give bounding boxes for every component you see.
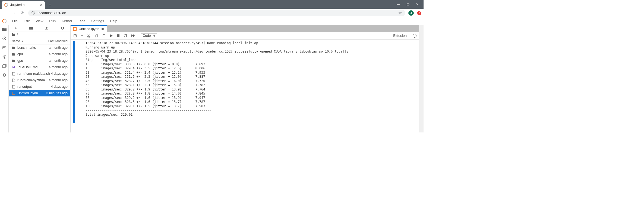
interrupt-kernel-icon[interactable] [117, 34, 120, 37]
scrollbar[interactable] [419, 25, 424, 132]
file-modified: a month ago [49, 65, 68, 69]
notebook-tab[interactable]: Untitled.ipynb [71, 25, 107, 32]
site-info-icon[interactable]: ⓘ [31, 11, 35, 15]
window-controls: — ▢ ✕ [397, 0, 424, 9]
markdown-icon: M [11, 66, 16, 69]
url-text: localhost:8001/lab [38, 11, 66, 15]
output-cell[interactable]: I0504 23:18:27.807896 140684018782144 se… [73, 41, 416, 123]
file-row[interactable]: run-tf-cnn-realdata.sh4 days ago [9, 70, 70, 77]
file-row[interactable]: Untitled.ipynb3 minutes ago [9, 90, 70, 96]
file-name: benchmarks [17, 46, 49, 50]
file-browser: + + / Name ▲ Last Modif [9, 25, 71, 132]
file-icon [11, 85, 16, 89]
svg-text:+: + [30, 27, 31, 29]
url-field[interactable]: ⓘ localhost:8001/lab ☆ [28, 10, 405, 16]
work-area: Untitled.ipynb + [71, 25, 419, 132]
maximize-icon[interactable]: ▢ [406, 2, 409, 6]
file-modified: 4 days ago [51, 72, 68, 76]
notebook-icon [73, 27, 77, 31]
document-tab-strip: Untitled.ipynb [71, 25, 419, 32]
kernel-name[interactable]: Bitfusion [393, 34, 407, 38]
notebook-content[interactable]: I0504 23:18:27.807896 140684018782144 se… [71, 40, 419, 132]
file-name: cpu [17, 52, 49, 56]
menu-settings[interactable]: Settings [89, 18, 107, 24]
notebook-toolbar: + [71, 32, 419, 40]
close-window-icon[interactable]: ✕ [416, 2, 419, 6]
extension-icon[interactable]: ✦ [417, 11, 421, 15]
filebrowser-tab-icon[interactable] [2, 27, 7, 32]
file-list-header[interactable]: Name ▲ Last Modified [9, 38, 70, 44]
open-tabs-icon[interactable] [2, 63, 7, 69]
sort-asc-icon: ▲ [21, 40, 23, 42]
commands-tab-icon[interactable] [2, 45, 7, 50]
menu-run[interactable]: Run [46, 18, 58, 24]
svg-rect-1 [4, 38, 5, 39]
reload-button[interactable]: ⟳ [20, 10, 25, 15]
col-name-label: Name [11, 39, 20, 43]
insert-cell-icon[interactable]: + [81, 34, 83, 38]
extension-manager-icon[interactable] [2, 73, 7, 78]
svg-point-4 [4, 47, 5, 48]
kernel-status-icon [413, 34, 416, 38]
file-modified: a month ago [49, 52, 68, 56]
file-row[interactable]: cpua month ago [9, 51, 70, 57]
svg-rect-10 [75, 34, 76, 35]
menu-kernel[interactable]: Kernel [59, 18, 75, 24]
save-icon[interactable] [73, 34, 77, 38]
paste-cell-icon[interactable] [102, 34, 106, 38]
file-modified: a month ago [49, 78, 68, 82]
menu-edit[interactable]: Edit [21, 18, 32, 24]
minimize-icon[interactable]: — [397, 2, 400, 6]
svg-point-5 [5, 47, 5, 48]
copy-cell-icon[interactable] [94, 34, 98, 38]
settings-tab-icon[interactable] [2, 54, 7, 60]
file-row[interactable]: benchmarksa month ago [9, 44, 70, 51]
restart-run-all-icon[interactable] [131, 34, 135, 37]
file-modified: a month ago [49, 59, 68, 63]
menu-view[interactable]: View [33, 18, 46, 24]
restart-kernel-icon[interactable] [124, 34, 127, 38]
file-name: run-tf-cnn-realdata.sh [17, 72, 51, 76]
menu-help[interactable]: Help [107, 18, 120, 24]
close-tab-icon[interactable]: × [40, 3, 42, 7]
browser-tab[interactable]: JupyterLab × [2, 1, 45, 9]
file-modified: a month ago [49, 46, 68, 50]
new-tab-button[interactable]: + [46, 1, 54, 9]
menu-file[interactable]: File [9, 18, 20, 24]
jupyter-logo-icon [1, 18, 8, 24]
run-cell-icon[interactable] [110, 34, 113, 37]
menu-tabs[interactable]: Tabs [75, 18, 88, 24]
folder-icon [11, 59, 16, 62]
refresh-icon[interactable] [61, 26, 64, 30]
upload-icon[interactable] [45, 26, 49, 30]
notebook-tab-label: Untitled.ipynb [79, 27, 99, 31]
back-button[interactable]: ← [2, 11, 8, 15]
file-name: gpu [17, 59, 49, 63]
svg-rect-7 [2, 65, 5, 67]
activity-bar [0, 25, 9, 132]
forward-button[interactable]: → [11, 11, 16, 15]
file-row[interactable]: run-tf-cnn-synthdata.sha month ago [9, 77, 70, 83]
breadcrumb-path: / [17, 33, 18, 37]
bookmark-icon[interactable]: ☆ [398, 11, 402, 15]
folder-icon [11, 46, 16, 49]
file-modified: 4 days ago [51, 85, 68, 89]
profile-avatar[interactable]: J [408, 10, 414, 16]
svg-point-6 [4, 56, 5, 58]
file-modified: 3 minutes ago [46, 91, 68, 95]
browser-tab-strip: JupyterLab × + — ▢ ✕ [0, 0, 424, 9]
new-launcher-icon[interactable]: + [15, 26, 17, 30]
breadcrumb[interactable]: / [9, 31, 70, 38]
file-icon [11, 79, 16, 82]
jupyter-favicon-icon [4, 2, 9, 8]
cell-type-select[interactable]: Code [141, 33, 157, 38]
file-row[interactable]: MREADME.mda month ago [9, 64, 70, 70]
file-name: README.md [17, 65, 49, 69]
cut-cell-icon[interactable] [87, 34, 91, 38]
new-folder-icon[interactable]: + [29, 27, 33, 30]
file-row[interactable]: gpua month ago [9, 57, 70, 64]
address-bar: ← → ⟳ ⓘ localhost:8001/lab ☆ J ✦ [0, 9, 424, 17]
running-tab-icon[interactable] [2, 36, 7, 41]
file-row[interactable]: runoutput4 days ago [9, 83, 70, 90]
svg-point-3 [3, 47, 4, 48]
